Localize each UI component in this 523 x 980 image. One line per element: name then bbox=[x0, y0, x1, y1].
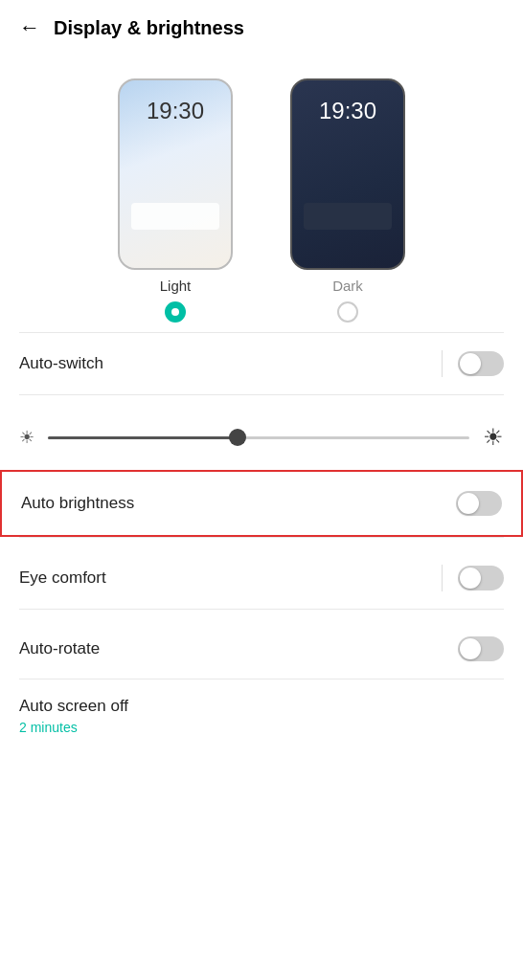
auto-rotate-label: Auto-rotate bbox=[19, 639, 100, 658]
dark-theme-option[interactable]: 19:30 Dark bbox=[290, 78, 405, 323]
brightness-high-icon: ☀ bbox=[483, 424, 504, 451]
auto-rotate-row: Auto-rotate bbox=[0, 619, 523, 679]
auto-screen-off-row[interactable]: Auto screen off 2 minutes bbox=[0, 679, 523, 752]
eye-comfort-label: Eye comfort bbox=[19, 568, 426, 588]
brightness-low-icon: ☀ bbox=[19, 427, 34, 448]
light-theme-label: Light bbox=[160, 278, 192, 294]
light-theme-option[interactable]: 19:30 Light bbox=[118, 78, 233, 323]
brightness-section: ☀ ☀ bbox=[0, 405, 523, 470]
section-gap-2 bbox=[0, 538, 523, 547]
auto-brightness-row: Auto brightness bbox=[0, 470, 523, 537]
brightness-slider[interactable] bbox=[48, 436, 469, 439]
auto-switch-row: Auto-switch bbox=[0, 333, 523, 394]
screen-off-label: Auto screen off bbox=[19, 697, 504, 716]
dark-phone-preview: 19:30 bbox=[290, 78, 405, 270]
dark-radio[interactable] bbox=[337, 301, 358, 323]
back-button[interactable]: ← bbox=[19, 15, 40, 40]
brightness-thumb[interactable] bbox=[229, 429, 246, 446]
dark-phone-time: 19:30 bbox=[292, 98, 403, 124]
theme-selection: 19:30 Light 19:30 Dark bbox=[0, 56, 523, 332]
dark-theme-label: Dark bbox=[332, 278, 363, 294]
light-phone-time: 19:30 bbox=[120, 98, 231, 124]
light-radio[interactable] bbox=[165, 301, 186, 323]
dark-phone-content-bar bbox=[304, 203, 392, 230]
row-divider-2 bbox=[442, 565, 443, 591]
row-divider bbox=[442, 350, 443, 377]
auto-rotate-toggle[interactable] bbox=[458, 636, 504, 661]
eye-comfort-row: Eye comfort bbox=[0, 547, 523, 609]
section-gap-3 bbox=[0, 610, 523, 619]
header: ← Display & brightness bbox=[0, 0, 523, 56]
auto-brightness-toggle[interactable] bbox=[456, 491, 502, 516]
light-phone-preview: 19:30 bbox=[118, 78, 233, 270]
auto-brightness-label: Auto brightness bbox=[21, 494, 134, 513]
brightness-fill bbox=[48, 436, 238, 439]
light-phone-content-bar bbox=[131, 203, 219, 230]
section-gap-1 bbox=[0, 395, 523, 405]
screen-off-value: 2 minutes bbox=[19, 720, 504, 735]
page-title: Display & brightness bbox=[54, 17, 244, 39]
eye-comfort-toggle[interactable] bbox=[458, 566, 504, 590]
auto-switch-toggle[interactable] bbox=[458, 351, 504, 376]
auto-switch-label: Auto-switch bbox=[19, 354, 426, 373]
